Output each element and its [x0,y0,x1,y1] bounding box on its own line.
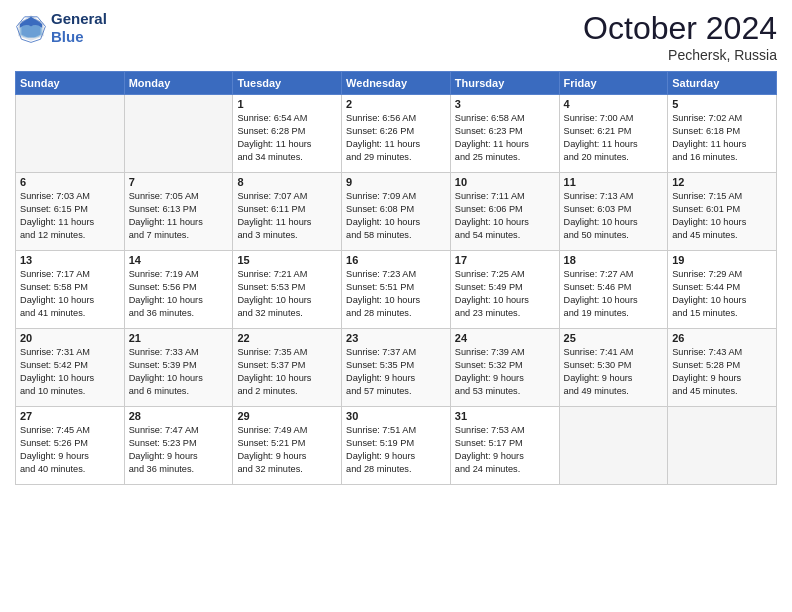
day-info: Sunrise: 7:09 AM Sunset: 6:08 PM Dayligh… [346,190,446,242]
day-number: 19 [672,254,772,266]
day-info: Sunrise: 6:56 AM Sunset: 6:26 PM Dayligh… [346,112,446,164]
day-number: 14 [129,254,229,266]
day-cell: 3Sunrise: 6:58 AM Sunset: 6:23 PM Daylig… [450,95,559,173]
day-info: Sunrise: 7:37 AM Sunset: 5:35 PM Dayligh… [346,346,446,398]
page: General Blue October 2024 Pechersk, Russ… [0,0,792,612]
day-number: 8 [237,176,337,188]
logo-text: General Blue [51,10,107,46]
day-number: 7 [129,176,229,188]
day-number: 13 [20,254,120,266]
day-cell: 9Sunrise: 7:09 AM Sunset: 6:08 PM Daylig… [342,173,451,251]
day-number: 11 [564,176,664,188]
day-cell [16,95,125,173]
day-number: 1 [237,98,337,110]
day-cell [559,407,668,485]
day-number: 27 [20,410,120,422]
day-cell: 10Sunrise: 7:11 AM Sunset: 6:06 PM Dayli… [450,173,559,251]
week-row-1: 1Sunrise: 6:54 AM Sunset: 6:28 PM Daylig… [16,95,777,173]
header-row: SundayMondayTuesdayWednesdayThursdayFrid… [16,72,777,95]
day-cell: 12Sunrise: 7:15 AM Sunset: 6:01 PM Dayli… [668,173,777,251]
day-info: Sunrise: 7:47 AM Sunset: 5:23 PM Dayligh… [129,424,229,476]
day-number: 12 [672,176,772,188]
day-cell: 31Sunrise: 7:53 AM Sunset: 5:17 PM Dayli… [450,407,559,485]
logo-icon [15,12,47,44]
day-number: 26 [672,332,772,344]
day-info: Sunrise: 7:51 AM Sunset: 5:19 PM Dayligh… [346,424,446,476]
day-number: 25 [564,332,664,344]
day-number: 16 [346,254,446,266]
day-info: Sunrise: 7:02 AM Sunset: 6:18 PM Dayligh… [672,112,772,164]
day-number: 15 [237,254,337,266]
day-info: Sunrise: 7:53 AM Sunset: 5:17 PM Dayligh… [455,424,555,476]
day-number: 4 [564,98,664,110]
calendar-table: SundayMondayTuesdayWednesdayThursdayFrid… [15,71,777,485]
day-cell: 14Sunrise: 7:19 AM Sunset: 5:56 PM Dayli… [124,251,233,329]
day-cell: 30Sunrise: 7:51 AM Sunset: 5:19 PM Dayli… [342,407,451,485]
day-cell: 27Sunrise: 7:45 AM Sunset: 5:26 PM Dayli… [16,407,125,485]
col-header-sunday: Sunday [16,72,125,95]
day-number: 3 [455,98,555,110]
day-cell: 17Sunrise: 7:25 AM Sunset: 5:49 PM Dayli… [450,251,559,329]
day-cell: 13Sunrise: 7:17 AM Sunset: 5:58 PM Dayli… [16,251,125,329]
day-info: Sunrise: 7:49 AM Sunset: 5:21 PM Dayligh… [237,424,337,476]
day-cell: 26Sunrise: 7:43 AM Sunset: 5:28 PM Dayli… [668,329,777,407]
day-info: Sunrise: 7:29 AM Sunset: 5:44 PM Dayligh… [672,268,772,320]
week-row-4: 20Sunrise: 7:31 AM Sunset: 5:42 PM Dayli… [16,329,777,407]
logo: General Blue [15,10,107,46]
col-header-friday: Friday [559,72,668,95]
day-info: Sunrise: 7:21 AM Sunset: 5:53 PM Dayligh… [237,268,337,320]
day-number: 31 [455,410,555,422]
day-info: Sunrise: 7:27 AM Sunset: 5:46 PM Dayligh… [564,268,664,320]
day-cell: 21Sunrise: 7:33 AM Sunset: 5:39 PM Dayli… [124,329,233,407]
day-number: 30 [346,410,446,422]
col-header-wednesday: Wednesday [342,72,451,95]
day-cell: 7Sunrise: 7:05 AM Sunset: 6:13 PM Daylig… [124,173,233,251]
day-info: Sunrise: 7:41 AM Sunset: 5:30 PM Dayligh… [564,346,664,398]
day-info: Sunrise: 7:13 AM Sunset: 6:03 PM Dayligh… [564,190,664,242]
week-row-5: 27Sunrise: 7:45 AM Sunset: 5:26 PM Dayli… [16,407,777,485]
day-cell: 18Sunrise: 7:27 AM Sunset: 5:46 PM Dayli… [559,251,668,329]
day-info: Sunrise: 7:33 AM Sunset: 5:39 PM Dayligh… [129,346,229,398]
day-number: 28 [129,410,229,422]
day-number: 5 [672,98,772,110]
day-info: Sunrise: 7:03 AM Sunset: 6:15 PM Dayligh… [20,190,120,242]
location: Pechersk, Russia [583,47,777,63]
day-number: 9 [346,176,446,188]
month-title: October 2024 [583,10,777,47]
day-cell: 22Sunrise: 7:35 AM Sunset: 5:37 PM Dayli… [233,329,342,407]
day-number: 21 [129,332,229,344]
day-cell: 11Sunrise: 7:13 AM Sunset: 6:03 PM Dayli… [559,173,668,251]
day-info: Sunrise: 7:31 AM Sunset: 5:42 PM Dayligh… [20,346,120,398]
day-cell: 2Sunrise: 6:56 AM Sunset: 6:26 PM Daylig… [342,95,451,173]
col-header-tuesday: Tuesday [233,72,342,95]
day-number: 2 [346,98,446,110]
day-info: Sunrise: 7:35 AM Sunset: 5:37 PM Dayligh… [237,346,337,398]
day-cell: 25Sunrise: 7:41 AM Sunset: 5:30 PM Dayli… [559,329,668,407]
day-info: Sunrise: 6:58 AM Sunset: 6:23 PM Dayligh… [455,112,555,164]
week-row-3: 13Sunrise: 7:17 AM Sunset: 5:58 PM Dayli… [16,251,777,329]
day-cell [668,407,777,485]
day-number: 22 [237,332,337,344]
day-cell: 29Sunrise: 7:49 AM Sunset: 5:21 PM Dayli… [233,407,342,485]
week-row-2: 6Sunrise: 7:03 AM Sunset: 6:15 PM Daylig… [16,173,777,251]
day-info: Sunrise: 7:19 AM Sunset: 5:56 PM Dayligh… [129,268,229,320]
day-info: Sunrise: 7:11 AM Sunset: 6:06 PM Dayligh… [455,190,555,242]
day-info: Sunrise: 7:43 AM Sunset: 5:28 PM Dayligh… [672,346,772,398]
day-number: 17 [455,254,555,266]
day-info: Sunrise: 7:07 AM Sunset: 6:11 PM Dayligh… [237,190,337,242]
day-cell: 1Sunrise: 6:54 AM Sunset: 6:28 PM Daylig… [233,95,342,173]
day-info: Sunrise: 7:17 AM Sunset: 5:58 PM Dayligh… [20,268,120,320]
day-info: Sunrise: 7:05 AM Sunset: 6:13 PM Dayligh… [129,190,229,242]
day-info: Sunrise: 7:23 AM Sunset: 5:51 PM Dayligh… [346,268,446,320]
day-number: 29 [237,410,337,422]
day-cell: 28Sunrise: 7:47 AM Sunset: 5:23 PM Dayli… [124,407,233,485]
day-info: Sunrise: 7:39 AM Sunset: 5:32 PM Dayligh… [455,346,555,398]
col-header-monday: Monday [124,72,233,95]
day-info: Sunrise: 6:54 AM Sunset: 6:28 PM Dayligh… [237,112,337,164]
day-number: 10 [455,176,555,188]
day-cell: 5Sunrise: 7:02 AM Sunset: 6:18 PM Daylig… [668,95,777,173]
day-info: Sunrise: 7:25 AM Sunset: 5:49 PM Dayligh… [455,268,555,320]
day-cell: 23Sunrise: 7:37 AM Sunset: 5:35 PM Dayli… [342,329,451,407]
day-info: Sunrise: 7:00 AM Sunset: 6:21 PM Dayligh… [564,112,664,164]
title-area: October 2024 Pechersk, Russia [583,10,777,63]
